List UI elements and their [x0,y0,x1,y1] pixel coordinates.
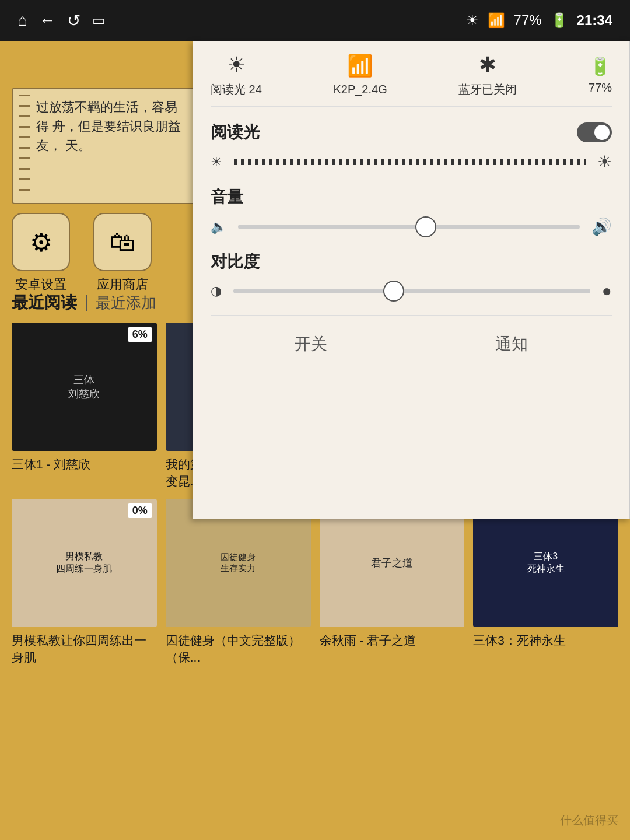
battery-percent: 77% [514,12,542,29]
qs-volume-title: 音量 [211,186,243,208]
status-indicators: ☀ 📶 77% 🔋 21:34 [466,12,612,29]
qs-contrast-section: 对比度 [211,251,612,273]
book-title: 囚徒健身（中文完整版）（保... [166,632,311,666]
switch-button[interactable]: 开关 [271,327,351,361]
volume-high-icon: 🔊 [592,217,612,236]
qs-wifi-icon: 📶 [347,54,373,78]
book-badge: 6% [128,327,152,342]
notebook-widget[interactable]: 过放荡不羁的生活，容易得 舟，但是要结识良朋益友， 天。 [12,88,198,204]
store-icon-box: 🛍 [93,213,152,271]
qs-battery-label: 77% [589,81,612,94]
wifi-status-icon: 📶 [488,12,505,29]
qs-brightness-title: 阅读光 [211,121,260,144]
brightness-status-icon: ☀ [466,12,479,29]
contrast-low-icon: ◑ [211,284,222,299]
settings-icon-box: ⚙ [12,213,70,271]
list-item[interactable]: New 君子之道 余秋雨 - 君子之道 [320,499,465,666]
recent-subtitle: 最近添加 [96,293,156,313]
contrast-slider-thumb[interactable] [383,281,404,302]
brightness-slider-row: ☀ ☀ [211,152,612,172]
qs-status-row: ☀ 阅读光 24 📶 K2P_2.4G ✱ 蓝牙已关闭 🔋 77% [211,52,612,107]
list-item[interactable]: 6% 三体刘慈欣 三体1 - 刘慈欣 [12,323,157,490]
brightness-low-icon: ☀ [211,155,222,170]
book-cover: 0% 男模私教四周练一身肌 [12,499,157,627]
qs-brightness-section: 阅读光 🌙 [211,121,612,144]
clock: 21:34 [577,12,612,29]
cover-text: 三体3死神永生 [523,546,569,580]
list-item[interactable]: 0% 男模私教四周练一身肌 男模私教让你四周练出一身肌 [12,499,157,666]
cover-text: 囚徒健身生存实力 [216,547,260,579]
book-title: 余秋雨 - 君子之道 [320,632,465,649]
cover-text: 三体刘慈欣 [64,368,104,405]
nav-icons: ⌂ ← ↺ ▭ [18,11,106,30]
volume-slider-track[interactable] [238,225,580,229]
watermark: 什么值得买 [560,813,618,828]
contrast-slider-row: ◑ ● [211,282,612,300]
book-badge: 0% [128,503,152,518]
qs-bluetooth-item: ✱ 蓝牙已关闭 [459,52,517,97]
book-title: 三体1 - 刘慈欣 [12,456,157,473]
list-item[interactable]: New 三体3死神永生 三体3：死神永生 [473,499,618,666]
store-app[interactable]: 🛍 应用商店 [93,213,152,293]
contrast-slider-track[interactable] [233,289,590,293]
qs-bottom-row: 开关 通知 [211,315,612,361]
volume-low-icon: 🔈 [211,219,226,235]
brightness-high-icon: ☀ [597,152,612,172]
qs-wifi-item: 📶 K2P_2.4G [333,54,387,96]
qs-volume-section: 音量 [211,186,612,208]
cover-text: 男模私教四周练一身肌 [51,546,117,580]
contrast-high-icon: ● [602,282,612,300]
settings-app[interactable]: ⚙ 安卓设置 [12,213,70,293]
qs-battery-item: 🔋 77% [589,56,612,94]
app-icons-row: ⚙ 安卓设置 🛍 应用商店 [12,213,152,293]
settings-label: 安卓设置 [15,276,66,293]
recent-divider [86,295,87,311]
home-icon[interactable]: ⌂ [18,11,27,30]
brightness-slider-track[interactable] [234,159,586,165]
qs-bluetooth-icon: ✱ [479,52,496,77]
qs-contrast-title: 对比度 [211,251,260,273]
qs-brightness-label: 阅读光 24 [211,82,262,97]
quick-settings-panel: ☀ 阅读光 24 📶 K2P_2.4G ✱ 蓝牙已关闭 🔋 77% 阅读光 🌙 [192,41,630,519]
brightness-toggle[interactable]: 🌙 [577,123,612,142]
book-title: 男模私教让你四周练出一身肌 [12,632,157,666]
qs-brightness-icon: ☀ [227,52,246,77]
qs-bluetooth-label: 蓝牙已关闭 [459,82,517,97]
moon-icon: 🌙 [597,127,608,138]
cover-text: 君子之道 [366,551,418,575]
volume-slider-thumb[interactable] [415,216,436,237]
status-bar: ⌂ ← ↺ ▭ ☀ 📶 77% 🔋 21:34 [0,0,630,41]
refresh-icon[interactable]: ↺ [67,11,80,30]
notification-button[interactable]: 通知 [472,327,551,361]
store-label: 应用商店 [97,276,148,293]
back-icon[interactable]: ← [39,11,55,30]
screen-icon[interactable]: ▭ [92,12,106,29]
list-item[interactable]: 3% 囚徒健身生存实力 囚徒健身（中文完整版）（保... [166,499,311,666]
qs-wifi-label: K2P_2.4G [333,83,387,96]
book-cover: 6% 三体刘慈欣 [12,323,157,451]
qs-brightness-item: ☀ 阅读光 24 [211,52,262,97]
notebook-text: 过放荡不羁的生活，容易得 舟，但是要结识良朋益友， 天。 [36,97,188,155]
recent-title: 最近阅读 [12,292,77,314]
main-content: 首页 过放荡不羁的生活，容易得 舟，但是要结识良朋益友， 天。 ⚙ 安卓设置 🛍… [0,41,630,840]
volume-slider-row: 🔈 🔊 [211,217,612,236]
book-title: 三体3：死神永生 [473,632,618,649]
qs-battery-icon: 🔋 [589,56,611,76]
battery-icon: 🔋 [551,12,568,29]
